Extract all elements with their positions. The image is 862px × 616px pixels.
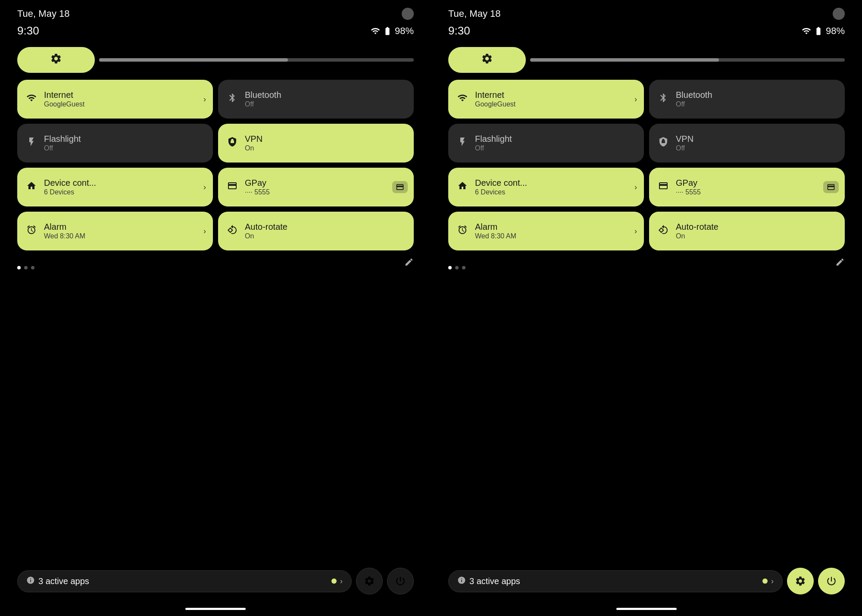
tile-vpn[interactable]: VPN Off	[649, 124, 845, 163]
brightness-gear-icon	[50, 53, 62, 68]
tile-title-flashlight: Flashlight	[475, 134, 512, 144]
edit-pencil-icon[interactable]	[835, 257, 845, 269]
tile-autorotate[interactable]: Auto-rotate On	[649, 212, 845, 250]
active-apps-text: 3 active apps	[469, 576, 759, 586]
tile-bluetooth[interactable]: Bluetooth Off	[649, 80, 845, 119]
tile-text-flashlight: Flashlight Off	[475, 134, 512, 153]
active-apps-text: 3 active apps	[38, 576, 328, 586]
status-icons: 98%	[802, 25, 845, 37]
tile-autorotate[interactable]: Auto-rotate On	[218, 212, 414, 250]
tile-text-vpn: VPN On	[245, 134, 262, 153]
tile-text-alarm: Alarm Wed 8:30 AM	[44, 222, 85, 241]
tile-text-device-control: Device cont... 6 Devices	[475, 178, 527, 197]
bluetooth-icon	[657, 93, 670, 106]
status-row: 9:30 98%	[431, 20, 862, 38]
page-indicators	[448, 266, 465, 269]
bottom-bar: 3 active apps ›	[431, 568, 862, 594]
info-icon	[26, 576, 35, 587]
brightness-pill[interactable]	[17, 47, 95, 73]
brightness-slider[interactable]	[530, 58, 845, 62]
tile-flashlight[interactable]: Flashlight Off	[17, 124, 213, 163]
power-button[interactable]	[387, 568, 414, 594]
brightness-pill[interactable]	[448, 47, 526, 73]
tile-alarm[interactable]: Alarm Wed 8:30 AM ›	[448, 212, 644, 250]
apps-chevron-icon: ›	[340, 577, 343, 586]
settings-button[interactable]	[356, 568, 383, 594]
tile-internet[interactable]: Internet GoogleGuest ›	[448, 80, 644, 119]
tile-device-control[interactable]: Device cont... 6 Devices ›	[448, 168, 644, 206]
tile-device-control[interactable]: Device cont... 6 Devices ›	[17, 168, 213, 206]
tile-vpn[interactable]: VPN On	[218, 124, 414, 163]
tiles-grid: Internet GoogleGuest › Bluetooth Off Fla…	[431, 73, 862, 250]
wifi-icon	[456, 93, 469, 106]
brightness-slider[interactable]	[99, 58, 414, 62]
tile-text-vpn: VPN Off	[676, 134, 693, 153]
tile-title-vpn: VPN	[245, 134, 262, 144]
vpn-icon	[226, 137, 239, 150]
home-icon	[456, 181, 469, 194]
alarm-icon	[25, 225, 38, 238]
tile-title-autorotate: Auto-rotate	[676, 222, 718, 232]
rotate-icon	[226, 225, 239, 238]
gear-icon	[481, 53, 493, 65]
tile-internet[interactable]: Internet GoogleGuest ›	[17, 80, 213, 119]
indicators-row	[0, 257, 431, 269]
page-dot-2[interactable]	[455, 266, 459, 269]
chevron-icon: ›	[634, 95, 637, 104]
tile-title-alarm: Alarm	[44, 222, 85, 232]
gpay-icon	[657, 181, 670, 194]
gpay-card-indicator	[823, 181, 839, 193]
status-row: 9:30 98%	[0, 20, 431, 38]
brightness-row[interactable]	[0, 38, 431, 73]
battery-status-icon	[814, 26, 823, 36]
page-dot-1[interactable]	[448, 266, 452, 269]
tile-subtitle-alarm: Wed 8:30 AM	[475, 232, 516, 241]
tile-text-gpay: GPay ···· 5555	[245, 178, 270, 197]
page-dot-1[interactable]	[17, 266, 21, 269]
info-icon	[457, 576, 466, 587]
page-dot-3[interactable]	[31, 266, 34, 269]
page-dot-3[interactable]	[462, 266, 465, 269]
tile-subtitle-device-control: 6 Devices	[44, 188, 96, 197]
alarm-icon	[456, 225, 469, 238]
active-apps-pill[interactable]: 3 active apps ›	[17, 570, 352, 592]
brightness-row[interactable]	[431, 38, 862, 73]
flashlight-icon	[456, 137, 469, 150]
tile-text-internet: Internet GoogleGuest	[44, 90, 84, 109]
tile-text-autorotate: Auto-rotate On	[676, 222, 718, 241]
power-button[interactable]	[818, 568, 845, 594]
tile-subtitle-gpay: ···· 5555	[245, 188, 270, 197]
indicators-row	[431, 257, 862, 269]
bottom-bar: 3 active apps ›	[0, 568, 431, 594]
wifi-status-icon	[802, 26, 811, 36]
tile-gpay[interactable]: GPay ···· 5555	[649, 168, 845, 206]
tile-flashlight[interactable]: Flashlight Off	[448, 124, 644, 163]
home-indicator	[185, 608, 246, 610]
edit-pencil-icon[interactable]	[404, 257, 414, 269]
chevron-icon: ›	[203, 183, 206, 192]
tile-subtitle-internet: GoogleGuest	[475, 100, 515, 109]
tile-gpay[interactable]: GPay ···· 5555	[218, 168, 414, 206]
page-dot-2[interactable]	[24, 266, 28, 269]
active-apps-pill[interactable]: 3 active apps ›	[448, 570, 783, 592]
tile-subtitle-autorotate: On	[245, 232, 287, 241]
panels-container: Tue, May 18 9:30 98% Internet GoogleGues…	[0, 0, 862, 616]
page-indicators	[17, 266, 34, 269]
flashlight-icon	[25, 137, 38, 150]
tile-subtitle-autorotate: On	[676, 232, 718, 241]
home-icon	[25, 181, 38, 194]
active-dot	[762, 578, 768, 584]
brightness-gear-icon	[481, 53, 493, 68]
tile-title-internet: Internet	[475, 90, 515, 100]
tile-title-alarm: Alarm	[475, 222, 516, 232]
chevron-icon: ›	[203, 95, 206, 104]
tile-text-device-control: Device cont... 6 Devices	[44, 178, 96, 197]
status-bar: Tue, May 18	[431, 0, 862, 20]
tile-subtitle-vpn: On	[245, 144, 262, 153]
tile-bluetooth[interactable]: Bluetooth Off	[218, 80, 414, 119]
tile-alarm[interactable]: Alarm Wed 8:30 AM ›	[17, 212, 213, 250]
settings-button[interactable]	[787, 568, 814, 594]
battery-status-icon	[383, 26, 392, 36]
bluetooth-icon	[226, 93, 239, 106]
status-date: Tue, May 18	[448, 8, 500, 19]
